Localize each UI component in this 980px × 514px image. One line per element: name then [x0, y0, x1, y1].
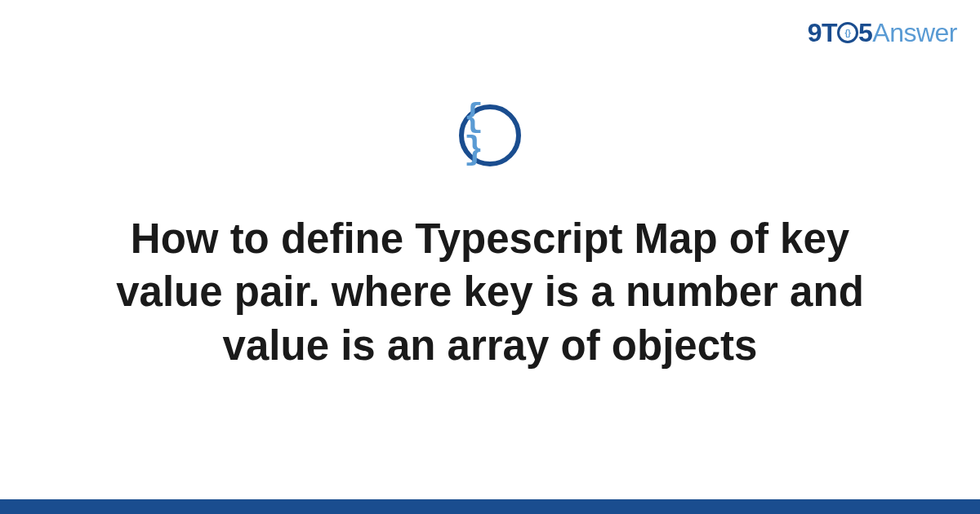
site-logo: 9T{}5Answer: [808, 18, 957, 48]
braces-glyph: { }: [464, 102, 516, 167]
logo-text-answer: Answer: [872, 18, 957, 47]
logo-text-9t: 9T: [808, 18, 837, 47]
logo-o-icon: {}: [837, 22, 858, 43]
logo-text-5: 5: [858, 18, 872, 47]
code-braces-icon: { }: [459, 104, 521, 166]
footer-bar: [0, 499, 980, 514]
page-title: How to define Typescript Map of key valu…: [74, 212, 906, 372]
